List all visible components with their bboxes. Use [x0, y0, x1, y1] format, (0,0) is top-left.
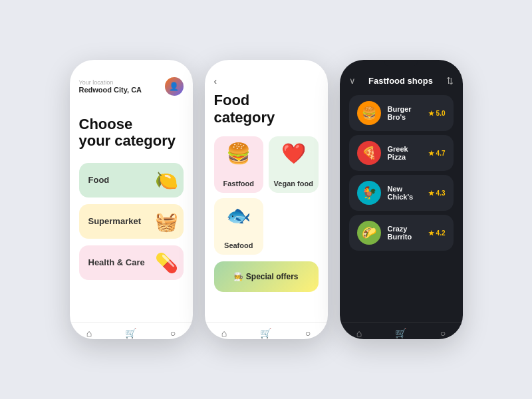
- avatar[interactable]: 👤: [165, 77, 184, 96]
- restaurant-name-burrito: Crazy Burrito: [388, 225, 422, 241]
- restaurant-logo-chick: 🐓: [357, 181, 381, 205]
- star-icon: ★: [428, 110, 434, 117]
- restaurant-name-pizza: Greek Pizza: [388, 145, 422, 161]
- fastfood-shops-title: Fastfood shops: [368, 76, 433, 86]
- restaurant-rating-pizza: ★ 4.7: [428, 150, 446, 157]
- restaurant-logo-pizza: 🍕: [357, 141, 381, 165]
- special-offers-button[interactable]: 🧑‍🍳 Special offers: [214, 261, 319, 292]
- restaurant-rating-chick: ★ 4.3: [428, 190, 446, 197]
- star-icon: ★: [428, 150, 434, 157]
- restaurant-row[interactable]: 🍔 Burger Bro's ★ 5.0: [349, 95, 454, 131]
- home-icon-3[interactable]: ⌂: [356, 328, 362, 338]
- search-icon-3[interactable]: ○: [440, 328, 446, 338]
- search-icon-2[interactable]: ○: [305, 328, 311, 338]
- page-title: Choose your category: [79, 116, 184, 150]
- seafood-label: Seafood: [224, 241, 253, 249]
- restaurant-name-chick: New Chick's: [388, 185, 422, 201]
- back-button[interactable]: ‹: [214, 76, 319, 86]
- restaurant-logo-burger: 🍔: [357, 101, 381, 125]
- search-icon[interactable]: ○: [170, 328, 176, 338]
- dark-header: ∨ Fastfood shops ⇅: [349, 76, 454, 86]
- restaurant-rating-burger: ★ 5.0: [428, 110, 446, 117]
- bottom-nav-2: ⌂ 🛒 ○: [205, 322, 328, 339]
- bottom-nav-1: ⌂ 🛒 ○: [70, 322, 193, 339]
- restaurant-logo-burrito: 🌮: [357, 221, 381, 245]
- restaurant-row[interactable]: 🍕 Greek Pizza ★ 4.7: [349, 135, 454, 171]
- phone-1: Your location Redwood City, CA 👤 Choose …: [70, 60, 193, 339]
- restaurant-rating-burrito: ★ 4.2: [428, 229, 446, 237]
- category-supermarket[interactable]: Supermarket 🧺: [79, 204, 184, 239]
- chevron-down-icon[interactable]: ∨: [349, 76, 356, 86]
- category-health[interactable]: Health & Care 💊: [79, 245, 184, 280]
- food-category-title: Food category: [214, 92, 319, 127]
- subcategory-grid: 🍔 Fastfood ❤️ Vegan food 🐟 Seafood: [214, 136, 319, 255]
- bottom-nav-3: ⌂ 🛒 ○: [340, 322, 463, 339]
- food-emoji: 🍋: [155, 169, 178, 191]
- location-row: Your location Redwood City, CA 👤: [79, 77, 184, 96]
- restaurant-list: 🍔 Burger Bro's ★ 5.0 🍕 Greek Pizza ★ 4.7…: [349, 95, 454, 322]
- home-icon[interactable]: ⌂: [86, 328, 92, 338]
- cart-icon[interactable]: 🛒: [125, 328, 136, 338]
- health-emoji: 💊: [155, 251, 178, 273]
- phone-3: ∨ Fastfood shops ⇅ 🍔 Burger Bro's ★ 5.0 …: [340, 60, 463, 339]
- location-city: Redwood City, CA: [79, 86, 142, 94]
- cart-icon-3[interactable]: 🛒: [395, 328, 406, 338]
- phone-2: ‹ Food category 🍔 Fastfood ❤️ Vegan food…: [205, 60, 328, 339]
- restaurant-name-burger: Burger Bro's: [388, 105, 422, 121]
- restaurant-row[interactable]: 🌮 Crazy Burrito ★ 4.2: [349, 215, 454, 251]
- seafood-emoji: 🐟: [226, 203, 251, 227]
- subcategory-vegan[interactable]: ❤️ Vegan food: [269, 136, 319, 193]
- subcategory-fastfood[interactable]: 🍔 Fastfood: [214, 136, 264, 193]
- vegan-label: Vegan food: [274, 180, 313, 188]
- star-icon: ★: [428, 229, 434, 237]
- fastfood-emoji: 🍔: [226, 142, 251, 165]
- location-label: Your location: [79, 79, 142, 86]
- supermarket-emoji: 🧺: [155, 210, 178, 232]
- fastfood-label: Fastfood: [223, 180, 254, 188]
- filter-icon[interactable]: ⇅: [446, 76, 454, 86]
- subcategory-seafood[interactable]: 🐟 Seafood: [214, 198, 264, 255]
- restaurant-row[interactable]: 🐓 New Chick's ★ 4.3: [349, 175, 454, 211]
- home-icon-2[interactable]: ⌂: [221, 328, 227, 338]
- category-food[interactable]: Food 🍋: [79, 163, 184, 198]
- star-icon: ★: [428, 190, 434, 197]
- cart-icon-2[interactable]: 🛒: [260, 328, 271, 338]
- vegan-emoji: ❤️: [281, 142, 306, 165]
